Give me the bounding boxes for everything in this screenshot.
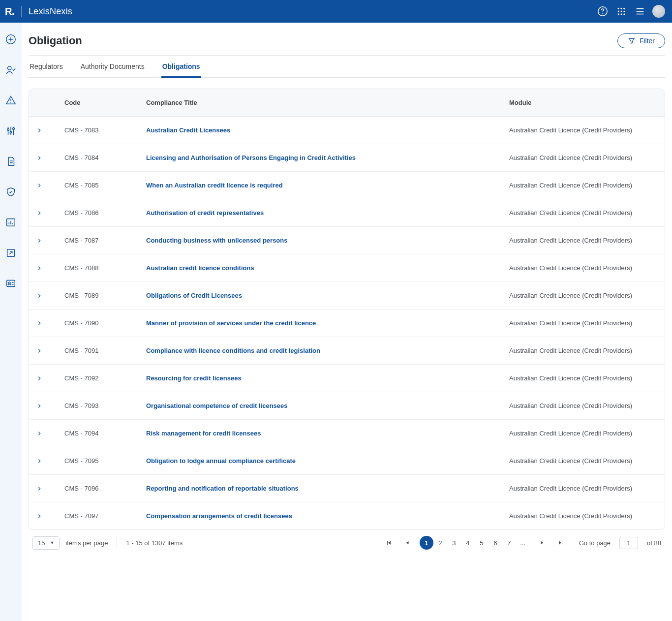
expand-row-icon[interactable]: [37, 266, 62, 271]
expand-row-icon[interactable]: [37, 404, 62, 408]
expand-row-icon[interactable]: [37, 183, 62, 188]
cell-module: Australian Credit Licence (Credit Provid…: [509, 264, 657, 272]
expand-row-icon[interactable]: [37, 514, 62, 519]
sidenav: [0, 23, 22, 621]
add-icon[interactable]: [5, 33, 17, 45]
compliance-title-link[interactable]: Obligation to lodge annual compliance ce…: [146, 457, 296, 465]
expand-row-icon[interactable]: [37, 293, 62, 298]
tab-authority-documents[interactable]: Authority Documents: [80, 56, 146, 78]
compliance-title-link[interactable]: Reporting and notification of reportable…: [146, 485, 299, 492]
cell-module: Australian Credit Licence (Credit Provid…: [509, 374, 657, 382]
cell-module: Australian Credit Licence (Credit Provid…: [509, 512, 657, 520]
range-text: 1 - 15 of 1307 items: [126, 539, 183, 547]
external-link-icon[interactable]: [5, 247, 17, 259]
cell-module: Australian Credit Licence (Credit Provid…: [509, 319, 657, 327]
next-page-button[interactable]: [536, 536, 549, 549]
compliance-title-link[interactable]: Manner of provision of services under th…: [146, 319, 316, 327]
svg-rect-33: [7, 280, 15, 287]
svg-point-8: [618, 13, 619, 15]
first-page-button[interactable]: [382, 536, 395, 549]
compliance-title-link[interactable]: Conducting business with unlicensed pers…: [146, 237, 287, 244]
expand-row-icon[interactable]: [37, 321, 62, 326]
svg-point-21: [7, 128, 9, 130]
col-header-code[interactable]: Code: [62, 99, 146, 106]
compliance-title-link[interactable]: When an Australian credit licence is req…: [146, 182, 283, 189]
table-row: CMS - 7088Australian credit licence cond…: [29, 254, 665, 282]
user-check-icon[interactable]: [5, 64, 17, 76]
filter-label: Filter: [640, 37, 655, 45]
page-number-7[interactable]: 7: [502, 536, 516, 550]
page-size-value: 15: [38, 539, 45, 547]
alert-triangle-icon[interactable]: [5, 94, 17, 106]
cell-module: Australian Credit Licence (Credit Provid…: [509, 347, 657, 354]
cell-code: CMS - 7086: [62, 209, 146, 217]
goto-label: Go to page: [579, 539, 611, 547]
cell-code: CMS - 7090: [62, 319, 146, 327]
svg-point-6: [621, 11, 622, 12]
topbar-divider: [21, 6, 22, 17]
cell-module: Australian Credit Licence (Credit Provid…: [509, 402, 657, 409]
menu-icon[interactable]: [633, 4, 647, 19]
avatar[interactable]: [652, 5, 665, 18]
compliance-title-link[interactable]: Australian credit licence conditions: [146, 264, 254, 272]
cell-code: CMS - 7083: [62, 126, 146, 134]
shield-icon[interactable]: [5, 186, 17, 198]
svg-point-4: [623, 8, 625, 9]
expand-row-icon[interactable]: [37, 348, 62, 353]
compliance-title-link[interactable]: Authorisation of credit representatives: [146, 209, 264, 217]
page-number-5[interactable]: 5: [475, 536, 489, 550]
tab-obligations[interactable]: Obligations: [161, 56, 201, 78]
prev-page-button[interactable]: [401, 536, 414, 549]
compliance-title-link[interactable]: Resourcing for credit licensees: [146, 374, 242, 382]
page-number-1[interactable]: 1: [420, 536, 433, 550]
id-card-icon[interactable]: [5, 278, 17, 289]
document-icon[interactable]: [5, 155, 17, 167]
compliance-title-link[interactable]: Compensation arrangements of credit lice…: [146, 512, 292, 520]
page-title: Obligation: [29, 34, 82, 47]
expand-row-icon[interactable]: [37, 431, 62, 436]
svg-point-19: [10, 102, 11, 103]
expand-row-icon[interactable]: [37, 238, 62, 243]
compliance-title-link[interactable]: Risk management for credit licensees: [146, 430, 261, 437]
page-size-select[interactable]: 15 ▼: [32, 536, 60, 550]
expand-row-icon[interactable]: [37, 128, 62, 133]
expand-row-icon[interactable]: [37, 376, 62, 381]
help-icon[interactable]: [595, 4, 610, 19]
svg-point-34: [8, 282, 10, 284]
compliance-title-link[interactable]: Licensing and Authorisation of Persons E…: [146, 154, 356, 161]
compliance-title-link[interactable]: Obligations of Credit Licensees: [146, 292, 242, 299]
sliders-icon[interactable]: [5, 125, 17, 137]
page-number-4[interactable]: 4: [461, 536, 475, 550]
expand-row-icon[interactable]: [37, 486, 62, 491]
col-header-module[interactable]: Module: [509, 99, 657, 106]
cell-code: CMS - 7095: [62, 457, 146, 465]
svg-point-9: [621, 13, 622, 15]
table-row: CMS - 7093Organisational competence of c…: [29, 392, 665, 420]
expand-row-icon[interactable]: [37, 155, 62, 160]
expand-row-icon[interactable]: [37, 459, 62, 464]
compliance-title-link[interactable]: Compliance with licence conditions and c…: [146, 347, 320, 354]
cell-code: CMS - 7084: [62, 154, 146, 161]
col-header-title[interactable]: Compliance Title: [146, 99, 509, 106]
topbar: R. LexisNexis: [0, 0, 672, 23]
table-row: CMS - 7091Compliance with licence condit…: [29, 337, 665, 365]
filter-button[interactable]: Filter: [617, 33, 665, 48]
compliance-title-link[interactable]: Organisational competence of credit lice…: [146, 402, 288, 409]
table-row: CMS - 7090Manner of provision of service…: [29, 310, 665, 337]
cell-module: Australian Credit Licence (Credit Provid…: [509, 237, 657, 244]
page-number-6[interactable]: 6: [489, 536, 502, 550]
apps-grid-icon[interactable]: [614, 4, 629, 19]
goto-page-input[interactable]: [619, 537, 638, 549]
cell-code: CMS - 7096: [62, 485, 146, 492]
table-row: CMS - 7086Authorisation of credit repres…: [29, 199, 665, 227]
last-page-button[interactable]: [554, 536, 567, 549]
expand-row-icon[interactable]: [37, 211, 62, 216]
cell-code: CMS - 7092: [62, 374, 146, 382]
page-number-3[interactable]: 3: [447, 536, 461, 550]
svg-point-25: [13, 128, 15, 130]
page-number-2[interactable]: 2: [433, 536, 447, 550]
bar-chart-icon[interactable]: [5, 217, 17, 228]
tab-regulators[interactable]: Regulators: [29, 56, 64, 78]
table-row: CMS - 7096Reporting and notification of …: [29, 475, 665, 502]
compliance-title-link[interactable]: Australian Credit Licensees: [146, 126, 230, 134]
